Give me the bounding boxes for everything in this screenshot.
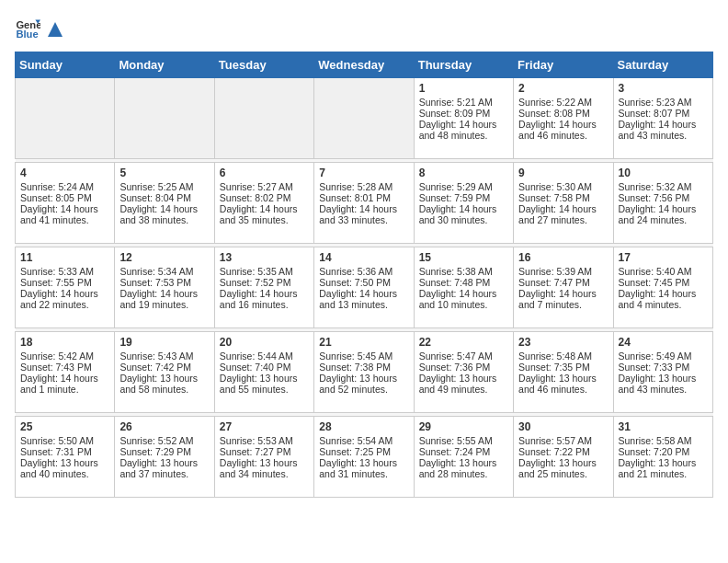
- calendar-week-row: 11Sunrise: 5:33 AMSunset: 7:55 PMDayligh…: [16, 247, 713, 328]
- sunset-text: Sunset: 7:33 PM: [619, 362, 708, 373]
- sunset-text: Sunset: 7:53 PM: [119, 277, 209, 288]
- sunset-text: Sunset: 7:45 PM: [619, 277, 708, 288]
- calendar-cell: 14Sunrise: 5:36 AMSunset: 7:50 PMDayligh…: [314, 247, 414, 328]
- sunrise-text: Sunrise: 5:34 AM: [119, 266, 209, 277]
- day-number: 11: [20, 251, 109, 264]
- daylight-text: Daylight: 13 hours and 21 minutes.: [619, 457, 708, 479]
- daylight-text: Daylight: 14 hours and 22 minutes.: [20, 288, 109, 310]
- sunrise-text: Sunrise: 5:44 AM: [220, 350, 309, 362]
- calendar-cell: 25Sunrise: 5:50 AMSunset: 7:31 PMDayligh…: [16, 417, 115, 498]
- sunset-text: Sunset: 7:58 PM: [518, 192, 608, 203]
- header-day-saturday: Saturday: [613, 52, 712, 78]
- daylight-text: Daylight: 14 hours and 24 minutes.: [619, 203, 708, 225]
- day-number: 25: [20, 420, 109, 433]
- sunrise-text: Sunrise: 5:50 AM: [20, 435, 109, 446]
- daylight-text: Daylight: 13 hours and 34 minutes.: [220, 457, 309, 479]
- sunrise-text: Sunrise: 5:28 AM: [319, 181, 408, 192]
- sunrise-text: Sunrise: 5:57 AM: [518, 435, 608, 446]
- daylight-text: Daylight: 13 hours and 52 minutes.: [319, 373, 408, 395]
- daylight-text: Daylight: 13 hours and 25 minutes.: [518, 457, 608, 479]
- sunrise-text: Sunrise: 5:22 AM: [518, 97, 608, 108]
- sunset-text: Sunset: 7:43 PM: [20, 362, 109, 373]
- daylight-text: Daylight: 13 hours and 28 minutes.: [419, 457, 508, 479]
- day-number: 16: [518, 251, 608, 264]
- day-number: 29: [419, 420, 508, 433]
- day-number: 30: [518, 420, 608, 433]
- daylight-text: Daylight: 13 hours and 37 minutes.: [119, 457, 209, 479]
- sunrise-text: Sunrise: 5:43 AM: [119, 350, 209, 362]
- day-number: 20: [220, 336, 309, 349]
- header-day-tuesday: Tuesday: [214, 52, 313, 78]
- calendar-cell: 26Sunrise: 5:52 AMSunset: 7:29 PMDayligh…: [115, 417, 214, 498]
- calendar-cell: 13Sunrise: 5:35 AMSunset: 7:52 PMDayligh…: [214, 247, 313, 328]
- header-day-sunday: Sunday: [16, 52, 115, 78]
- daylight-text: Daylight: 13 hours and 58 minutes.: [119, 373, 209, 395]
- sunrise-text: Sunrise: 5:45 AM: [319, 350, 408, 362]
- header: General Blue: [15, 15, 713, 40]
- calendar-cell: [115, 78, 214, 159]
- sunset-text: Sunset: 8:02 PM: [220, 192, 309, 203]
- day-number: 5: [119, 167, 209, 179]
- calendar-cell: 12Sunrise: 5:34 AMSunset: 7:53 PMDayligh…: [115, 247, 214, 328]
- calendar-cell: 11Sunrise: 5:33 AMSunset: 7:55 PMDayligh…: [16, 247, 115, 328]
- sunset-text: Sunset: 7:47 PM: [518, 277, 608, 288]
- sunrise-text: Sunrise: 5:49 AM: [619, 350, 708, 362]
- calendar-cell: 31Sunrise: 5:58 AMSunset: 7:20 PMDayligh…: [613, 417, 712, 498]
- svg-marker-3: [48, 22, 63, 37]
- daylight-text: Daylight: 14 hours and 35 minutes.: [220, 203, 309, 225]
- day-number: 2: [518, 82, 608, 95]
- sunset-text: Sunset: 7:31 PM: [20, 446, 109, 457]
- sunset-text: Sunset: 7:29 PM: [119, 446, 209, 457]
- calendar-cell: [16, 78, 115, 159]
- sunrise-text: Sunrise: 5:25 AM: [119, 181, 209, 192]
- day-number: 21: [319, 336, 408, 349]
- sunrise-text: Sunrise: 5:29 AM: [419, 181, 508, 192]
- sunset-text: Sunset: 7:55 PM: [20, 277, 109, 288]
- calendar-cell: 5Sunrise: 5:25 AMSunset: 8:04 PMDaylight…: [115, 163, 214, 244]
- calendar-cell: 4Sunrise: 5:24 AMSunset: 8:05 PMDaylight…: [16, 163, 115, 244]
- sunrise-text: Sunrise: 5:48 AM: [518, 350, 608, 362]
- sunset-text: Sunset: 7:25 PM: [319, 446, 408, 457]
- logo-triangle-icon: [46, 20, 64, 39]
- sunset-text: Sunset: 8:09 PM: [419, 108, 508, 119]
- sunrise-text: Sunrise: 5:47 AM: [419, 350, 508, 362]
- calendar-cell: 9Sunrise: 5:30 AMSunset: 7:58 PMDaylight…: [514, 163, 613, 244]
- calendar-cell: 20Sunrise: 5:44 AMSunset: 7:40 PMDayligh…: [214, 332, 313, 413]
- calendar-cell: 16Sunrise: 5:39 AMSunset: 7:47 PMDayligh…: [514, 247, 613, 328]
- calendar-cell: 10Sunrise: 5:32 AMSunset: 7:56 PMDayligh…: [613, 163, 712, 244]
- sunrise-text: Sunrise: 5:40 AM: [619, 266, 708, 277]
- daylight-text: Daylight: 13 hours and 55 minutes.: [220, 373, 309, 395]
- day-number: 23: [518, 336, 608, 349]
- sunrise-text: Sunrise: 5:30 AM: [518, 181, 608, 192]
- calendar-cell: 15Sunrise: 5:38 AMSunset: 7:48 PMDayligh…: [414, 247, 513, 328]
- calendar-cell: 17Sunrise: 5:40 AMSunset: 7:45 PMDayligh…: [613, 247, 712, 328]
- daylight-text: Daylight: 14 hours and 27 minutes.: [518, 203, 608, 225]
- day-number: 17: [619, 251, 708, 264]
- calendar-week-row: 18Sunrise: 5:42 AMSunset: 7:43 PMDayligh…: [16, 332, 713, 413]
- daylight-text: Daylight: 14 hours and 33 minutes.: [319, 203, 408, 225]
- day-number: 18: [20, 336, 109, 349]
- sunset-text: Sunset: 7:20 PM: [619, 446, 708, 457]
- daylight-text: Daylight: 13 hours and 49 minutes.: [419, 373, 508, 395]
- sunrise-text: Sunrise: 5:32 AM: [619, 181, 708, 192]
- sunrise-text: Sunrise: 5:52 AM: [119, 435, 209, 446]
- daylight-text: Daylight: 14 hours and 1 minute.: [20, 373, 109, 395]
- day-number: 12: [119, 251, 209, 264]
- svg-text:Blue: Blue: [16, 29, 38, 40]
- daylight-text: Daylight: 14 hours and 30 minutes.: [419, 203, 508, 225]
- sunset-text: Sunset: 7:52 PM: [220, 277, 309, 288]
- sunset-text: Sunset: 7:59 PM: [419, 192, 508, 203]
- daylight-text: Daylight: 14 hours and 10 minutes.: [419, 288, 508, 310]
- sunset-text: Sunset: 7:24 PM: [419, 446, 508, 457]
- calendar-table: SundayMondayTuesdayWednesdayThursdayFrid…: [15, 52, 713, 498]
- logo-icon: General Blue: [15, 15, 40, 40]
- day-number: 24: [619, 336, 708, 349]
- day-number: 13: [220, 251, 309, 264]
- sunset-text: Sunset: 7:27 PM: [220, 446, 309, 457]
- calendar-cell: [314, 78, 414, 159]
- sunrise-text: Sunrise: 5:27 AM: [220, 181, 309, 192]
- calendar-cell: 29Sunrise: 5:55 AMSunset: 7:24 PMDayligh…: [414, 417, 513, 498]
- sunset-text: Sunset: 8:01 PM: [319, 192, 408, 203]
- header-day-wednesday: Wednesday: [314, 52, 414, 78]
- sunset-text: Sunset: 8:07 PM: [619, 108, 708, 119]
